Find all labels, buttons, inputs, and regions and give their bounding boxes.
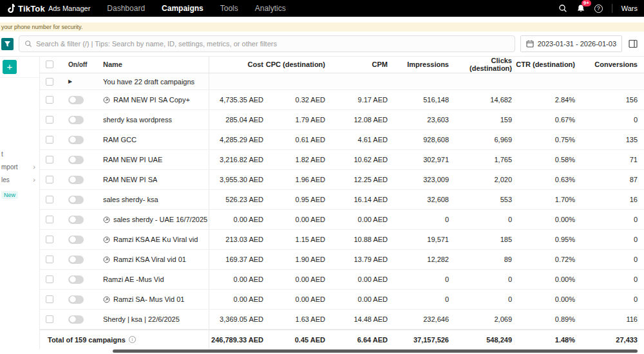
row-checkbox[interactable] [46,315,53,323]
table-row[interactable]: sherdy ksa wordpress 285.04 AED 1.79 AED… [40,110,644,130]
table-row[interactable]: Ramzi SA- Mus Vid 01 0.00 AED 0.00 AED 0… [40,290,644,310]
search-icon[interactable] [558,4,567,13]
table-row[interactable]: sales sherdy - UAE 16/7/2025 0.00 AED 0.… [40,210,644,230]
row-checkbox[interactable] [46,295,53,303]
nav-item-campaigns[interactable]: Campaigns [162,4,204,13]
row-checkbox[interactable] [46,96,53,104]
total-cpc: 0.45 AED [270,330,332,349]
user-menu[interactable]: Wars [621,5,638,12]
total-impressions: 37,157,526 [394,330,455,349]
campaign-onoff-toggle[interactable] [68,176,84,184]
cpm-cell: 12.25 AED [332,170,394,189]
campaign-name[interactable]: Ramzi AE -Mus Vid [103,275,164,283]
campaign-name[interactable]: sherdy ksa wordpress [103,116,172,124]
cpc-cell: 0.61 AED [270,130,332,149]
campaign-name[interactable]: Ramzi SA- Mus Vid 01 [113,295,184,303]
nav-item-tools[interactable]: Tools [220,4,238,13]
cpc-cell: 1.63 AED [270,310,332,329]
clicks-cell: 0 [455,270,518,289]
campaign-onoff-toggle[interactable] [68,96,84,104]
table-row[interactable]: Ramzi KSA Viral vid 01 169.37 AED 1.90 A… [40,250,644,270]
row-checkbox[interactable] [46,116,53,124]
cpm-cell: 0.00 AED [332,210,394,229]
cpm-cell: 16.14 AED [332,190,394,209]
table-row[interactable]: sales sherdy- ksa 526.23 AED 0.95 AED 16… [40,190,644,210]
search-filter-input[interactable] [36,40,509,48]
horizontal-scrollbar [42,349,643,353]
campaign-name[interactable]: sales sherdy - UAE 16/7/2025 [113,216,207,223]
campaign-name[interactable]: RAM NEW PI UAE [103,156,162,163]
campaign-name[interactable]: Ramzi KSA Viral vid 01 [113,256,186,263]
date-range-picker[interactable]: 2023-01-31 - 2026-01-03 [520,35,622,52]
campaign-onoff-toggle[interactable] [68,196,84,204]
sidebar-item-2[interactable]: les › [0,173,39,186]
table-row[interactable]: RAM GCC 4,285.29 AED 0.61 AED 4.61 AED 9… [40,130,644,150]
campaign-name[interactable]: Ramzi KSA AE Ku Viral vid [113,236,198,243]
campaign-onoff-toggle[interactable] [68,156,84,164]
ctr-cell: 0.63% [518,170,582,189]
table-row[interactable]: Ramzi KSA AE Ku Viral vid 213.03 AED 1.1… [40,230,644,250]
campaign-onoff-toggle[interactable] [68,315,84,324]
ctr-cell: 0.89% [518,310,582,329]
sidebar-item-label: les [1,176,10,183]
campaign-onoff-toggle[interactable] [68,236,84,244]
campaign-onoff-toggle[interactable] [68,295,84,304]
clicks-cell: 2,069 [455,310,518,329]
row-checkbox[interactable] [46,256,53,263]
cpc-cell: 0.00 AED [270,270,332,289]
row-checkbox[interactable] [46,136,53,144]
horizontal-scrollbar-thumb[interactable] [113,349,638,353]
filter-button[interactable] [1,38,14,50]
campaign-name[interactable]: sales sherdy- ksa [103,196,158,203]
row-checkbox[interactable] [46,236,53,243]
nav-item-analytics[interactable]: Analytics [255,4,286,13]
row-checkbox[interactable] [46,156,53,163]
campaign-name[interactable]: RAM NEW PI SA [103,176,157,183]
draft-campaigns-row[interactable]: ▶ You have 22 draft campaigns [40,73,644,91]
top-nav: TikTok Ads Manager Dashboard Campaigns T… [0,0,644,17]
sidebar-item-0[interactable]: t [0,147,39,160]
row-checkbox[interactable] [46,196,53,203]
table-row[interactable]: RAM NEW PI SA 3,955.30 AED 1.96 AED 12.2… [40,170,644,190]
draft-row-checkbox[interactable] [46,78,53,86]
sidebar-item-1[interactable]: mport › [0,160,39,173]
ctr-cell: 0.00% [518,290,582,309]
brand[interactable]: TikTok Ads Manager [6,4,90,14]
notifications-bell-icon[interactable]: 9+ [576,4,585,13]
table-row[interactable]: RAM NEW PI UAE 3,216.82 AED 1.82 AED 10.… [40,150,644,170]
campaign-onoff-toggle[interactable] [68,136,84,144]
campaign-onoff-toggle[interactable] [68,216,84,224]
panel-toggle-icon[interactable] [627,38,639,50]
cost-cell: 3,369.05 AED [209,310,270,329]
table-row[interactable]: Ramzi AE -Mus Vid 0.00 AED 0.00 AED 0.00… [40,270,644,290]
cost-cell: 0.00 AED [209,290,270,309]
expand-caret-icon[interactable]: ▶ [68,79,72,84]
nav-item-dashboard[interactable]: Dashboard [107,4,145,13]
table-row[interactable]: RAM NEW PI SA Copy+ 4,735.35 AED 0.32 AE… [40,90,644,110]
campaign-name[interactable]: RAM NEW PI SA Copy+ [113,96,190,104]
table-row[interactable]: Sherdy | ksa | 22/6/2025 3,369.05 AED 1.… [40,310,644,330]
campaign-name[interactable]: Sherdy | ksa | 22/6/2025 [103,315,180,323]
campaign-onoff-toggle[interactable] [68,256,84,264]
table-header-row: On/off Name Cost CPC (destination) CPM I… [40,57,644,73]
select-all-checkbox[interactable] [46,61,53,68]
row-checkbox[interactable] [46,275,53,283]
conversions-cell: 16 [582,190,644,209]
clicks-cell: 14,682 [455,90,518,109]
campaign-onoff-toggle[interactable] [68,275,84,284]
campaign-name[interactable]: RAM GCC [103,136,137,144]
cpc-cell: 1.96 AED [270,170,332,189]
clicks-cell: 0 [455,290,518,309]
brand-name: TikTok [18,4,45,14]
cpc-cell: 1.90 AED [270,250,332,269]
cpm-cell: 9.17 AED [332,90,394,109]
conversions-cell: 135 [582,130,644,149]
help-icon[interactable]: ? [594,5,603,13]
row-checkbox[interactable] [46,176,53,183]
create-campaign-button[interactable]: + [3,60,17,74]
ctr-cell: 0.00% [518,210,582,229]
campaign-onoff-toggle[interactable] [68,116,84,124]
row-checkbox[interactable] [46,216,53,223]
info-icon[interactable]: i [129,336,136,343]
cpm-cell: 0.00 AED [332,270,394,289]
